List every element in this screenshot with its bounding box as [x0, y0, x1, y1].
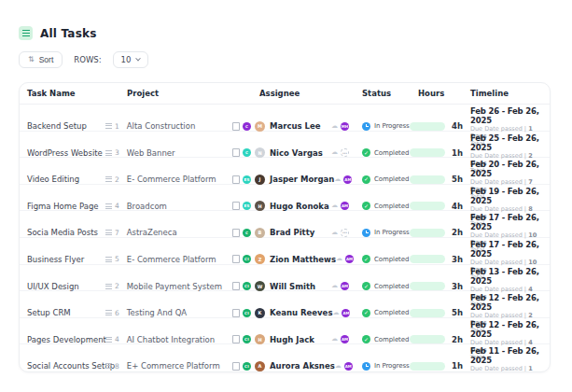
team-badge: ES [243, 202, 251, 210]
status-icon [362, 202, 370, 210]
subtask-count: 7 [115, 229, 119, 237]
team-badge: C [243, 229, 251, 237]
table-row[interactable]: Socia Media Posts 7 AstraZeneca C B Brad… [20, 211, 550, 238]
tag-badge[interactable]: AM [341, 202, 349, 210]
assignee-name: Will Smith [270, 282, 315, 291]
task-name: Figma Home Page [20, 202, 105, 211]
page-title: All Tasks [40, 27, 97, 40]
hours-cell: 2h [410, 335, 467, 344]
table-row[interactable]: Setup CRM 6 Testing And QA CI K Keanu Re… [20, 291, 550, 318]
status-label: Completed [374, 336, 409, 343]
cloud-icon: ☁ [331, 149, 338, 156]
rows-select[interactable]: 10 [113, 51, 149, 68]
project-name: AstraZeneca [127, 228, 177, 237]
table-row[interactable]: UI/UX Design 2 Mobile Payment System CI … [20, 265, 550, 292]
copy-icon[interactable] [232, 309, 240, 317]
col-assignee[interactable]: Assignee [232, 89, 357, 98]
copy-icon[interactable] [232, 148, 240, 157]
col-task-name[interactable]: Task Name [20, 89, 105, 98]
subtask-count: 1 [115, 122, 119, 131]
assignee-cell: C M Marcus Lee ☁ MH [232, 121, 357, 132]
tag-badge[interactable]: AM [344, 362, 353, 371]
copy-icon[interactable] [232, 122, 240, 131]
page-header: All Tasks [19, 26, 97, 40]
tag-badge[interactable]: AM [342, 309, 350, 317]
table-row[interactable]: Video Editing 2 E- Commerce Platform ES … [20, 158, 550, 185]
status-icon [362, 309, 370, 317]
task-name: Socia Media Posts [20, 228, 105, 237]
status-cell: Completed [357, 202, 410, 210]
copy-icon[interactable] [232, 335, 240, 343]
assignee-name: Jasper Morgan [270, 175, 334, 184]
project-name: E- Commerce Platform [127, 255, 216, 264]
team-badge: CI [243, 362, 251, 371]
timeline-range: Feb 12 - Feb 26, 2025 [470, 293, 550, 312]
hours-bar [410, 148, 445, 157]
sort-label: Sort [39, 55, 54, 64]
hours-bar [410, 335, 445, 343]
table-row[interactable]: Pages Development 4 AI Chatbot Integrati… [20, 318, 550, 345]
col-hours[interactable]: Hours [410, 89, 467, 98]
table-row[interactable]: Figma Home Page 4 Broadcom ES H Hugo Ron… [20, 185, 550, 212]
hours-bar [410, 202, 445, 210]
table-row[interactable]: Backend Setup 1 Alta Construction C M Ma… [20, 105, 550, 132]
copy-icon[interactable] [232, 362, 240, 371]
hours-value: 5h [452, 175, 463, 184]
task-name: Pages Development [20, 335, 105, 344]
tag-badge[interactable]: MH [341, 122, 349, 131]
tag-group: ☁ ⋯ [331, 148, 357, 157]
cloud-icon: ☁ [331, 123, 338, 130]
tag-badge[interactable]: AM [341, 282, 349, 290]
copy-icon[interactable] [232, 229, 240, 237]
tag-group: ☁ AM [331, 202, 357, 210]
copy-icon[interactable] [232, 202, 240, 210]
status-label: In Progress [374, 229, 410, 236]
hours-value: 2h [452, 335, 463, 344]
status-label: Completed [374, 283, 409, 290]
rows-label: ROWS: [74, 55, 101, 64]
status-label: Completed [374, 175, 409, 183]
table-row[interactable]: Business Flyer 5 E- Commerce Platform CI… [20, 238, 550, 265]
table-row[interactable]: WordPress Website 3 Web Banner C N Nico … [20, 132, 550, 159]
subtask-count: 5 [115, 255, 119, 263]
tag-badge[interactable]: AM [343, 175, 352, 184]
copy-icon[interactable] [232, 255, 240, 263]
hours-bar [410, 229, 445, 237]
status-cell: In Progress [357, 122, 410, 131]
col-status[interactable]: Status [357, 89, 410, 98]
tag-badge[interactable]: AM [345, 255, 354, 263]
tag-badge[interactable]: AM [341, 335, 349, 343]
table-row[interactable]: Social Accounts Setup 8 E+ Commerce Plat… [20, 344, 550, 371]
tag-badge[interactable]: ⋯ [341, 148, 349, 157]
rows-value: 10 [121, 55, 132, 64]
tag-group: ☁ AM [331, 282, 357, 290]
project-name: AI Chatbot Integration [127, 335, 215, 344]
project-name: Alta Construction [127, 121, 196, 131]
team-badge: CI [243, 335, 251, 343]
avatar: H [255, 334, 265, 344]
status-label: Completed [374, 309, 409, 316]
task-name: UI/UX Design [20, 282, 105, 291]
hours-cell: 5h [410, 308, 467, 317]
copy-icon[interactable] [232, 282, 240, 290]
col-timeline[interactable]: Timeline [467, 89, 550, 98]
subtasks-icon [105, 257, 112, 262]
avatar: H [255, 201, 265, 211]
project-name: Broadcom [127, 202, 167, 211]
status-cell: In Progress [357, 362, 410, 371]
assignee-name: Keanu Reeves [270, 308, 332, 317]
tag-group: ☁ ⋯ [331, 229, 357, 237]
tag-badge[interactable]: ⋯ [341, 229, 349, 237]
status-cell: Completed [357, 175, 410, 184]
sort-icon: ⇅ [28, 56, 35, 63]
avatar: B [255, 228, 265, 238]
col-project[interactable]: Project [105, 89, 232, 98]
timeline-range: Feb 20 - Feb 26, 2025 [470, 160, 550, 178]
subtask-count: 4 [115, 335, 119, 343]
copy-icon[interactable] [232, 175, 240, 184]
assignee-cell: C N Nico Vargas ☁ ⋯ [232, 147, 357, 158]
assignee-cell: C B Brad Pitty ☁ ⋯ [232, 228, 357, 238]
assignee-name: Aurora Aksnes [270, 361, 335, 371]
cloud-icon: ☁ [332, 310, 339, 316]
sort-button[interactable]: ⇅ Sort [19, 51, 63, 68]
